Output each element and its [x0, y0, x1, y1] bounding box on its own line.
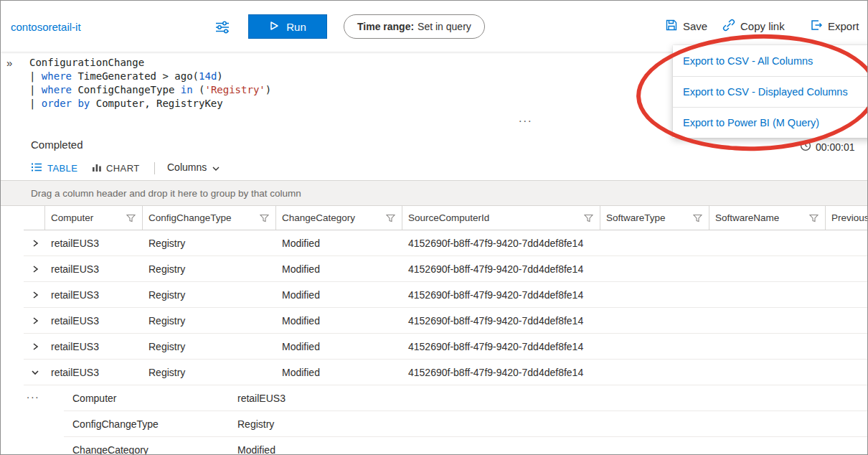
query-token: ConfigChangeType	[72, 84, 181, 95]
table-row[interactable]: retailEUS3RegistryModified4152690f-b8ff-…	[24, 230, 867, 256]
table-cell: Registry	[143, 263, 276, 275]
results-grid: ComputerConfigChangeTypeChangeCategorySo…	[1, 206, 867, 455]
sliders-icon	[214, 26, 230, 37]
query-line[interactable]: | order by Computer, RegistryKey	[29, 97, 271, 111]
column-header-label: SoftwareType	[606, 212, 666, 223]
tab-chart[interactable]: CHART	[92, 162, 140, 174]
filter-funnel-icon[interactable]	[584, 214, 593, 222]
expand-pane-icon[interactable]: »	[6, 57, 12, 69]
export-button[interactable]: Export	[810, 19, 859, 34]
tab-table[interactable]: TABLE	[31, 162, 77, 174]
table-cell: 4152690f-b8ff-47f9-9420-7dd4def8fe14	[402, 238, 600, 249]
export-menu-item[interactable]: Export to CSV - Displayed Columns	[673, 76, 868, 107]
table-row[interactable]: retailEUS3RegistryModified4152690f-b8ff-…	[24, 360, 867, 385]
column-header-configchangetype[interactable]: ConfigChangeType	[143, 206, 276, 230]
detail-value: Modified	[237, 444, 275, 455]
table-row[interactable]: retailEUS3RegistryModified4152690f-b8ff-…	[24, 282, 867, 308]
table-cell: Registry	[143, 238, 276, 249]
expand-row-icon[interactable]	[24, 265, 45, 273]
query-line[interactable]: | where TimeGenerated > ago(14d)	[29, 70, 271, 83]
export-icon	[810, 19, 823, 34]
row-actions-ellipsis[interactable]: ...	[27, 388, 40, 400]
column-header-softwarename[interactable]: SoftwareName	[709, 206, 826, 230]
run-button[interactable]: Run	[248, 14, 327, 39]
filter-funnel-icon[interactable]	[260, 214, 269, 222]
time-range-value: Set in query	[418, 21, 471, 32]
export-menu-item[interactable]: Export to Power BI (M Query)	[673, 107, 868, 138]
query-token: Computer, RegistryKey	[90, 98, 222, 109]
table-cell: retailEUS3	[45, 289, 143, 301]
save-icon	[665, 19, 678, 34]
column-header-label: SoftwareName	[715, 212, 779, 223]
query-token: |	[29, 98, 42, 109]
toolbar: contosoretail-it Run Time range: Set in …	[1, 1, 867, 52]
tabs-divider	[154, 162, 155, 174]
collapse-row-icon[interactable]	[24, 368, 45, 377]
query-token: )	[265, 84, 271, 95]
results-panel: Completed 00:00:01 TABLE	[1, 134, 867, 455]
column-header-changecategory[interactable]: ChangeCategory	[276, 206, 402, 230]
play-icon	[269, 21, 279, 33]
column-header-label: ConfigChangeType	[148, 212, 232, 223]
table-cell: 4152690f-b8ff-47f9-9420-7dd4def8fe14	[402, 289, 600, 301]
export-label: Export	[828, 20, 859, 32]
expand-row-icon[interactable]	[24, 342, 45, 351]
time-range-label: Time range:	[357, 21, 414, 32]
table-row[interactable]: retailEUS3RegistryModified4152690f-b8ff-…	[24, 334, 867, 360]
detail-key: Computer	[72, 393, 116, 404]
table-cell: Registry	[143, 341, 276, 352]
expanded-row-details: ... ComputerretailEUS3ConfigChangeTypeRe…	[1, 385, 867, 455]
expand-row-icon[interactable]	[24, 316, 45, 325]
query-token: 'Registry'	[204, 84, 265, 95]
run-label: Run	[286, 21, 306, 33]
time-range-picker[interactable]: Time range: Set in query	[344, 14, 485, 39]
query-line[interactable]: ConfigurationChange	[29, 56, 271, 70]
filter-funnel-icon[interactable]	[693, 214, 702, 222]
filter-funnel-icon[interactable]	[126, 214, 136, 222]
table-row[interactable]: retailEUS3RegistryModified4152690f-b8ff-…	[24, 256, 867, 282]
query-text[interactable]: ConfigurationChange| where TimeGenerated…	[29, 56, 271, 111]
splitter-handle[interactable]: ...	[519, 112, 532, 125]
query-token: |	[29, 70, 42, 82]
detail-value: retailEUS3	[237, 393, 286, 404]
table-icon	[31, 162, 42, 174]
query-line[interactable]: | where ConfigChangeType in ('Registry')	[29, 83, 271, 97]
chart-icon	[92, 162, 102, 174]
expand-row-icon[interactable]	[24, 291, 45, 299]
query-token: where	[42, 84, 72, 95]
save-label: Save	[683, 20, 707, 32]
column-header-softwaretype[interactable]: SoftwareType	[600, 206, 709, 230]
group-by-hint: Drag a column header and drop it here to…	[31, 188, 301, 199]
table-cell: Modified	[276, 367, 402, 378]
grid-header-row: ComputerConfigChangeTypeChangeCategorySo…	[24, 206, 867, 230]
columns-dropdown[interactable]: Columns	[167, 161, 220, 173]
group-by-bar[interactable]: Drag a column header and drop it here to…	[1, 180, 867, 206]
table-cell: retailEUS3	[45, 238, 143, 249]
workspace-name[interactable]: contosoretail-it	[11, 21, 81, 33]
filter-funnel-icon[interactable]	[809, 214, 819, 222]
table-row[interactable]: retailEUS3RegistryModified4152690f-b8ff-…	[24, 308, 867, 334]
detail-key: ConfigChangeType	[72, 418, 159, 430]
detail-row: ComputerretailEUS3	[64, 385, 867, 411]
filter-funnel-icon[interactable]	[386, 214, 395, 222]
query-token: in	[181, 84, 193, 95]
table-cell: retailEUS3	[45, 263, 143, 275]
copy-link-button[interactable]: Copy link	[722, 19, 785, 34]
table-cell: Registry	[143, 315, 276, 327]
table-cell: Registry	[143, 367, 276, 378]
column-header-sourcecomputerid[interactable]: SourceComputerId	[402, 206, 600, 230]
column-header-previous[interactable]: Previous	[826, 206, 868, 230]
table-cell: retailEUS3	[45, 367, 143, 378]
query-token: (	[193, 84, 205, 95]
save-button[interactable]: Save	[665, 19, 707, 34]
column-header-computer[interactable]: Computer	[45, 206, 143, 230]
tab-table-label: TABLE	[47, 163, 77, 174]
clock-icon	[800, 140, 811, 154]
query-token: 14d	[199, 70, 217, 82]
grid-body: retailEUS3RegistryModified4152690f-b8ff-…	[1, 230, 867, 385]
export-menu-item[interactable]: Export to CSV - All Columns	[673, 45, 868, 76]
column-header-label: ChangeCategory	[282, 212, 355, 223]
expander-column-header	[24, 206, 45, 230]
expand-row-icon[interactable]	[24, 239, 45, 248]
query-settings-button[interactable]	[213, 19, 232, 37]
